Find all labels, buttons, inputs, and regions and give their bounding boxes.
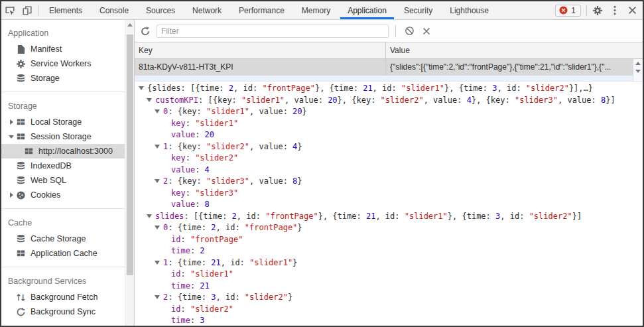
tree-expander-icon[interactable] [155, 141, 163, 153]
storage-row-selected[interactable]: 81ta-KDyV-v811-HT3t_KPI {"slides":[{"tim… [135, 59, 643, 76]
tab-memory[interactable]: Memory [293, 1, 339, 19]
token-s: "slider2" [529, 212, 572, 221]
token-n: 20 [205, 130, 214, 139]
scroll-down-arrow-icon[interactable] [633, 67, 643, 75]
tree-line[interactable]: 2: {time: 3, id: "slider2"} [135, 292, 643, 304]
scrollbar-thumb[interactable] [127, 34, 133, 275]
token-p: : [186, 119, 195, 128]
tab-performance[interactable]: Performance [230, 1, 293, 19]
toolbar-divider [586, 5, 587, 16]
sidebar-item-service-workers[interactable]: Service Workers [1, 56, 134, 71]
column-header-key[interactable]: Key [135, 42, 386, 58]
tree-line[interactable]: time: 3 [135, 315, 643, 326]
tab-sources[interactable]: Sources [137, 1, 184, 19]
tree-line[interactable]: time: 21 [135, 281, 643, 293]
token-p: } [302, 107, 307, 116]
tree-line[interactable]: customKPI: [{key: "slider1", value: 20},… [135, 95, 643, 107]
expander-collapsed-icon[interactable] [7, 119, 15, 125]
token-s: "slider2" [190, 304, 233, 314]
token-k: key [171, 153, 186, 163]
tree-line[interactable]: key: "slider2" [135, 153, 643, 164]
tree-expander-icon[interactable] [155, 176, 163, 188]
tree-line[interactable]: key: "slider1" [135, 118, 643, 130]
tab-elements[interactable]: Elements [40, 1, 91, 19]
token-p: , id: [237, 212, 265, 221]
sidebar-item-session-storage[interactable]: Session Storage [1, 129, 134, 144]
token-k: key [171, 188, 186, 198]
inspect-icon[interactable] [1, 2, 19, 19]
token-s: "slider2" [526, 84, 569, 93]
tree-line[interactable]: value: 4 [135, 164, 643, 176]
sidebar-item-application-cache[interactable]: Application Cache [1, 246, 134, 261]
token-s: "slider3" [206, 176, 249, 186]
device-toolbar-icon[interactable] [19, 2, 36, 19]
sidebar-item-cookies[interactable]: Cookies [1, 188, 134, 202]
token-p: : {key: [168, 142, 206, 151]
empty-row-stripe [135, 76, 643, 81]
database-icon [15, 175, 26, 186]
sidebar-item-web-sql[interactable]: Web SQL [1, 173, 134, 188]
database-icon [15, 233, 26, 244]
tree-expander-icon[interactable] [155, 106, 163, 118]
tree-line[interactable]: id: "frontPage" [135, 234, 643, 246]
token-s: "slider1" [241, 96, 285, 105]
tree-line[interactable]: 0: {key: "slider1", value: 20} [135, 106, 643, 118]
tab-security[interactable]: Security [395, 1, 441, 19]
token-p: }, {time: [318, 212, 366, 221]
token-k: key [171, 119, 186, 128]
tree-line[interactable]: value: 20 [135, 129, 643, 141]
tree-expander-icon[interactable] [147, 211, 155, 223]
settings-gear-icon[interactable] [589, 2, 606, 19]
tree-expander-icon[interactable] [155, 292, 163, 304]
sidebar-scrollbar[interactable] [125, 20, 134, 326]
token-p: }],…} [569, 84, 593, 93]
scroll-up-arrow-icon[interactable] [633, 59, 643, 67]
sidebar-item-cache-storage[interactable]: Cache Storage [1, 231, 134, 246]
token-p: }] [572, 212, 582, 221]
sidebar-item-background-fetch[interactable]: Background Fetch [1, 290, 134, 304]
token-p: , id: [500, 212, 529, 221]
sidebar-item-manifest[interactable]: Manifest [1, 42, 134, 56]
sidebar-item-indexeddb[interactable]: IndexedDB [1, 159, 134, 173]
tree-line[interactable]: {slides: [{time: 2, id: "frontPage"}, {t… [135, 83, 643, 95]
sidebar-item-storage[interactable]: Storage [1, 71, 134, 86]
tree-line[interactable]: time: 2 [135, 245, 643, 257]
panel-tabs: ElementsConsoleSourcesNetworkPerformance… [40, 1, 497, 19]
more-menu-icon[interactable] [606, 2, 623, 19]
tab-console[interactable]: Console [91, 1, 137, 19]
tree-line[interactable]: 1: {key: "slider2", value: 4} [135, 141, 643, 153]
sidebar-item-http-localhost-3000[interactable]: http://localhost:3000 [1, 144, 134, 159]
token-s: "slider1" [401, 84, 444, 93]
filter-input[interactable] [157, 25, 389, 38]
tree-line[interactable]: 1: {time: 21, id: "slider1"} [135, 257, 643, 269]
section-divider [1, 208, 134, 209]
sidebar-item-label: Session Storage [31, 132, 92, 141]
tab-application[interactable]: Application [339, 1, 395, 19]
tree-line[interactable]: key: "slider3" [135, 188, 643, 200]
sidebar-item-local-storage[interactable]: Local Storage [1, 115, 134, 129]
tree-expander-icon[interactable] [155, 222, 163, 234]
tree-line[interactable]: slides: [{time: 2, id: "frontPage"}, {ti… [135, 211, 643, 223]
tab-lighthouse[interactable]: Lighthouse [441, 1, 497, 19]
expander-collapsed-icon[interactable] [7, 192, 15, 198]
cookie-icon [15, 190, 26, 200]
delete-selected-icon[interactable] [418, 23, 435, 40]
tree-expander-icon[interactable] [147, 95, 155, 107]
tab-network[interactable]: Network [184, 1, 230, 19]
error-badge[interactable]: 1 [555, 5, 581, 17]
tree-expander-icon[interactable] [155, 257, 163, 269]
column-header-value[interactable]: Value [386, 42, 643, 58]
expander-expanded-icon[interactable] [7, 135, 15, 139]
tree-line[interactable]: 2: {key: "slider3", value: 8} [135, 176, 643, 188]
tree-line[interactable]: 0: {time: 2, id: "frontPage"} [135, 222, 643, 234]
sidebar-item-background-sync[interactable]: Background Sync [1, 304, 134, 319]
tree-expander-icon[interactable] [139, 83, 147, 95]
scroll-up-arrow-icon[interactable] [127, 23, 133, 27]
refresh-icon[interactable] [137, 23, 154, 40]
close-icon[interactable] [623, 2, 641, 19]
tree-line[interactable]: id: "slider1" [135, 269, 643, 281]
tree-line[interactable]: value: 8 [135, 199, 643, 211]
grid-scrollbar[interactable] [633, 59, 643, 81]
tree-line[interactable]: id: "slider2" [135, 304, 643, 316]
clear-all-icon[interactable] [401, 23, 418, 40]
